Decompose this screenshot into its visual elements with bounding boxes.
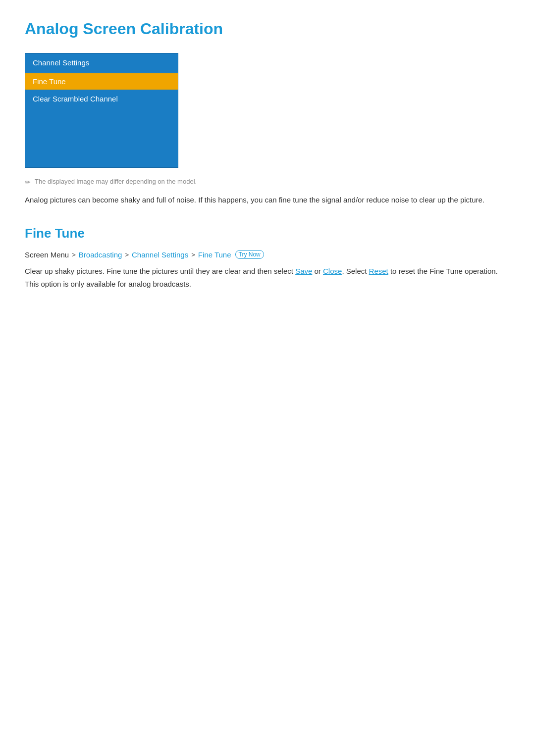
intro-text: Analog pictures can become shaky and ful…	[25, 194, 510, 206]
or-text: or	[312, 267, 323, 275]
page-title: Analog Screen Calibration	[25, 20, 510, 38]
note-row: ✏ The displayed image may differ dependi…	[25, 178, 510, 186]
menu-item-clear-scrambled[interactable]: Clear Scrambled Channel	[25, 91, 178, 107]
note-text: The displayed image may differ depending…	[35, 178, 197, 185]
close-link[interactable]: Close	[323, 267, 342, 275]
breadcrumb-broadcasting[interactable]: Broadcasting	[79, 251, 122, 259]
menu-panel: Channel Settings Fine Tune Clear Scrambl…	[25, 53, 178, 168]
body-text-1: Clear up shaky pictures. Fine tune the p…	[25, 267, 295, 275]
breadcrumb-fine-tune[interactable]: Fine Tune	[198, 251, 231, 259]
menu-item-fine-tune[interactable]: Fine Tune	[25, 73, 178, 90]
breadcrumb-sep-2: >	[125, 251, 129, 258]
pencil-icon: ✏	[25, 178, 31, 186]
breadcrumb-sep-3: >	[191, 251, 195, 258]
fine-tune-section-title: Fine Tune	[25, 226, 510, 241]
breadcrumb: Screen Menu > Broadcasting > Channel Set…	[25, 250, 510, 259]
save-link[interactable]: Save	[295, 267, 312, 275]
menu-spacer	[25, 108, 178, 157]
breadcrumb-screen-menu: Screen Menu	[25, 251, 69, 259]
breadcrumb-sep-1: >	[72, 251, 76, 258]
body-text-2: . Select	[342, 267, 369, 275]
reset-link[interactable]: Reset	[369, 267, 388, 275]
menu-header: Channel Settings	[25, 53, 178, 72]
breadcrumb-channel-settings[interactable]: Channel Settings	[132, 251, 188, 259]
try-now-badge[interactable]: Try Now	[235, 250, 264, 259]
fine-tune-body: Clear up shaky pictures. Fine tune the p…	[25, 265, 510, 290]
